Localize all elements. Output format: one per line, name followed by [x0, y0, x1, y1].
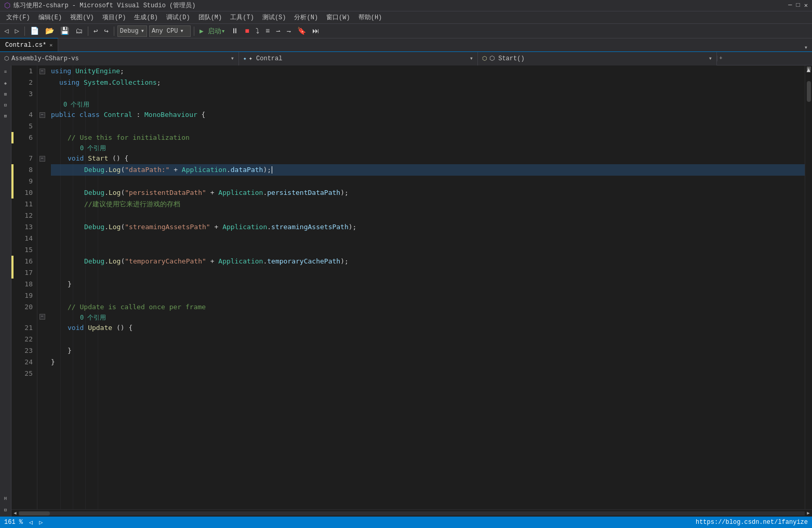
nav-class-arrow: ▾: [470, 55, 473, 62]
code-content[interactable]: using UnityEngine; using System.Collecti…: [47, 65, 805, 509]
menu-edit[interactable]: 编辑(E): [34, 12, 66, 23]
activity-bar: ≡ ◈ ⊞ ⊟ ⊠ H ⊟: [0, 65, 11, 517]
platform-arrow: ▾: [180, 27, 183, 35]
collapse-btn-21[interactable]: −: [39, 314, 45, 320]
tab-overflow[interactable]: ▾: [800, 44, 812, 51]
activity-icon-2[interactable]: ◈: [1, 78, 10, 88]
expand-editor-btn[interactable]: +: [807, 67, 810, 72]
menu-build[interactable]: 生成(B): [130, 12, 162, 23]
code-line-11: //建议使用它来进行游戏的存档: [51, 199, 805, 210]
sep4: [194, 27, 194, 36]
tab-contral[interactable]: Contral.cs* ✕: [0, 38, 58, 51]
status-url[interactable]: https://blog.csdn.net/lfanyize: [696, 519, 808, 526]
code-line-17: [51, 267, 805, 279]
platform-dropdown[interactable]: Any CPU ▾: [149, 25, 191, 37]
menu-debug[interactable]: 调试(D): [162, 12, 194, 23]
tab-bar: Contral.cs* ✕ ▾: [0, 38, 812, 52]
tab-contral-label: Contral.cs*: [5, 42, 46, 49]
main-area: ≡ ◈ ⊞ ⊟ ⊠ H ⊟: [0, 65, 812, 517]
status-scroll-left[interactable]: ◁: [29, 519, 33, 526]
activity-icon-1[interactable]: ≡: [1, 68, 10, 77]
activity-icon-5[interactable]: ⊠: [1, 111, 10, 121]
fold-column: − − −: [37, 65, 47, 509]
menu-team[interactable]: 团队(M): [194, 12, 227, 23]
status-scroll-right[interactable]: ▷: [39, 519, 43, 526]
debug-config-dropdown[interactable]: Debug ▾: [117, 25, 147, 37]
menu-analyze[interactable]: 分析(N): [290, 12, 322, 23]
collapse-btn-1[interactable]: −: [39, 69, 45, 74]
menu-help[interactable]: 帮助(H): [354, 12, 387, 23]
menu-project[interactable]: 项目(P): [98, 12, 130, 23]
activity-icon-bottom[interactable]: ⊟: [1, 505, 10, 514]
nav-method-label: ⬡ Start(): [489, 55, 525, 62]
hint-update-refs: 0 个引用: [51, 313, 805, 322]
nav-assembly[interactable]: ⬡ Assembly-CSharp-vs ▾: [0, 52, 239, 65]
toolbar-misc2[interactable]: ≡: [263, 26, 272, 36]
activity-icon-4[interactable]: ⊟: [1, 100, 10, 110]
hscroll-left[interactable]: ◀: [11, 510, 19, 517]
toolbar-misc3[interactable]: ⇀: [274, 25, 282, 36]
code-line-1: using UnityEngine;: [51, 65, 805, 77]
minimize-btn[interactable]: ─: [788, 2, 792, 9]
toolbar-saveall[interactable]: 🗂: [73, 26, 85, 36]
debug-config-arrow: ▾: [141, 27, 144, 35]
nav-class-icon: ✦: [243, 55, 247, 62]
status-zoom[interactable]: 161 %: [4, 519, 23, 526]
nav-assembly-icon: ⬡: [4, 55, 9, 62]
toolbar-forward[interactable]: ▷: [12, 25, 21, 36]
code-line-2: using System.Collections;: [51, 77, 805, 88]
toolbar-save[interactable]: 💾: [58, 25, 71, 36]
code-line-25: [51, 368, 805, 379]
nav-assembly-arrow: ▾: [231, 55, 234, 62]
activity-icon-3[interactable]: ⊞: [1, 89, 10, 99]
close-btn[interactable]: ✕: [804, 2, 808, 9]
pause-btn[interactable]: ⏸: [229, 26, 241, 36]
vs-icon: ⬡: [4, 1, 10, 10]
nav-method[interactable]: ⬡ ⬡ Start() ▾: [478, 52, 717, 65]
tab-contral-close[interactable]: ✕: [49, 42, 52, 48]
collapse-btn-7[interactable]: −: [39, 156, 45, 162]
code-line-3: [51, 88, 805, 100]
hscroll-thumb[interactable]: [19, 511, 50, 516]
toolbar-misc6[interactable]: ⏭: [310, 26, 322, 36]
hscroll-track[interactable]: [19, 511, 805, 516]
hscroll-right[interactable]: ▶: [805, 510, 812, 517]
nav-bar: ⬡ Assembly-CSharp-vs ▾ ✦ ✦ Contral ▾ ⬡ ⬡…: [0, 52, 812, 65]
toolbar: ◁ ▷ 📄 📂 💾 🗂 ↩ ↪ Debug ▾ Any CPU ▾ ▶ 启动▾ …: [0, 24, 812, 38]
scroll-thumb[interactable]: [807, 81, 811, 102]
toolbar-undo[interactable]: ↩: [91, 25, 100, 36]
nav-assembly-label: Assembly-CSharp-vs: [11, 55, 79, 62]
menu-view[interactable]: 视图(V): [66, 12, 98, 23]
menu-tools[interactable]: 工具(T): [226, 12, 258, 23]
stop-btn[interactable]: ■: [243, 26, 251, 36]
horizontal-scrollbar[interactable]: ◀ ▶: [11, 509, 812, 517]
toolbar-redo[interactable]: ↪: [102, 25, 110, 36]
code-line-22: [51, 334, 805, 345]
toolbar-back[interactable]: ◁: [2, 25, 10, 36]
code-line-4: public class Contral : MonoBehaviour {: [51, 109, 805, 121]
menu-test[interactable]: 测试(S): [258, 12, 290, 23]
toolbar-new[interactable]: 📄: [28, 25, 41, 36]
menu-window[interactable]: 窗口(W): [322, 12, 354, 23]
toolbar-open[interactable]: 📂: [43, 25, 56, 36]
code-line-15: [51, 244, 805, 256]
title-text: 练习使用2-csharp - Microsoft Visual Studio (…: [14, 1, 195, 10]
nav-class[interactable]: ✦ ✦ Contral ▾: [239, 52, 478, 65]
status-right: https://blog.csdn.net/lfanyize: [696, 519, 808, 526]
vertical-scrollbar[interactable]: ▲ +: [805, 65, 812, 509]
toolbar-misc5[interactable]: 🔖: [295, 25, 308, 36]
sep1: [24, 27, 25, 36]
title-bar: ⬡ 练习使用2-csharp - Microsoft Visual Studio…: [0, 0, 812, 11]
activity-icon-h[interactable]: H: [1, 494, 10, 504]
code-line-9: [51, 176, 805, 187]
menu-file[interactable]: 文件(F): [2, 12, 34, 23]
collapse-btn-4[interactable]: −: [39, 112, 45, 118]
start-button[interactable]: ▶ 启动▾: [197, 25, 227, 37]
toolbar-misc4[interactable]: ⇁: [285, 25, 293, 36]
menu-bar: 文件(F) 编辑(E) 视图(V) 项目(P) 生成(B) 调试(D) 团队(M…: [0, 11, 812, 24]
toolbar-misc1[interactable]: ⤵: [254, 26, 261, 36]
maximize-btn[interactable]: □: [796, 2, 800, 9]
nav-expand-btn[interactable]: +: [717, 56, 724, 61]
code-editor[interactable]: 1 2 3 4 5 6 7 8 9 10 11 12 13 14 15 16 1…: [11, 65, 812, 517]
nav-expand-icon: +: [719, 56, 722, 61]
